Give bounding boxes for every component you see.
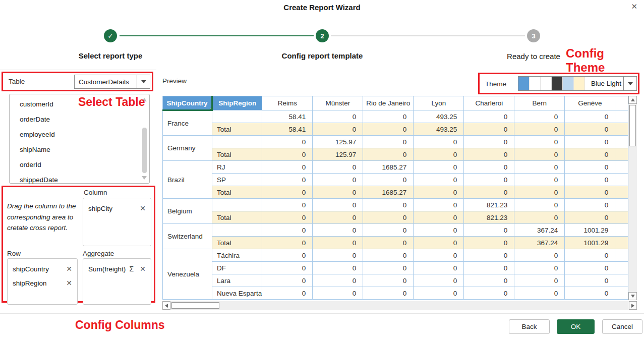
step2-label: Config report template xyxy=(267,51,378,60)
horizontal-scrollbar[interactable] xyxy=(162,301,637,310)
theme-select[interactable]: Blue Light xyxy=(518,76,637,91)
value-cell: 0 xyxy=(464,237,514,249)
value-cell: 0 xyxy=(464,161,514,174)
region-cell: DF xyxy=(212,262,262,274)
chevron-down-icon[interactable] xyxy=(137,75,150,88)
list-scrollbar-thumb[interactable] xyxy=(142,128,147,173)
horizontal-scrollbar-thumb[interactable] xyxy=(171,302,219,309)
country-cell: Belgium xyxy=(163,199,212,224)
cancel-button[interactable]: Cancel xyxy=(602,319,642,334)
table-select[interactable]: CustomerDetails xyxy=(74,75,150,89)
value-cell: 0 xyxy=(464,148,514,161)
sigma-icon[interactable]: Σ xyxy=(130,265,134,273)
value-cell: 0 xyxy=(313,287,363,300)
partial-cell xyxy=(615,110,628,123)
aggregate-chips: Sum(freight)Σ✕ xyxy=(83,262,151,276)
value-cell: 0 xyxy=(414,211,464,224)
scroll-down-icon[interactable] xyxy=(628,292,637,300)
region-cell xyxy=(212,136,262,148)
value-cell: 367.24 xyxy=(514,224,565,237)
value-cell: 0 xyxy=(363,224,414,237)
scroll-right-icon[interactable] xyxy=(629,301,637,310)
value-cell: 0 xyxy=(565,274,615,287)
table-row: Total0125.9700000 xyxy=(163,148,628,161)
partial-cell xyxy=(615,161,628,174)
field-chip[interactable]: shipCountry✕ xyxy=(8,262,77,276)
vertical-scrollbar-thumb[interactable] xyxy=(629,105,636,146)
field-item[interactable]: orderId xyxy=(10,157,149,173)
value-cell: 0 xyxy=(262,136,313,148)
country-cell: Switzerland xyxy=(163,224,212,249)
field-chip[interactable]: shipCity✕ xyxy=(83,201,151,215)
value-cell: 0 xyxy=(514,287,565,300)
field-item[interactable]: orderDate xyxy=(10,112,149,127)
column-area-label: Column xyxy=(84,189,107,196)
theme-swatch xyxy=(518,77,530,90)
chevron-down-icon[interactable] xyxy=(623,77,636,90)
value-cell: 0 xyxy=(464,110,514,123)
field-item[interactable]: employeeId xyxy=(10,127,149,142)
value-cell: 0 xyxy=(313,110,363,123)
value-cell: 0 xyxy=(262,174,313,186)
field-item[interactable]: shipName xyxy=(10,142,149,157)
table-select-value: CustomerDetails xyxy=(75,75,137,88)
scroll-left-icon[interactable] xyxy=(162,301,170,310)
field-chip-label: shipRegion xyxy=(13,279,66,287)
field-chip[interactable]: shipRegion✕ xyxy=(8,276,77,290)
partial-cell xyxy=(615,262,628,274)
value-cell: 0 xyxy=(313,237,363,249)
partial-cell xyxy=(615,287,628,300)
value-cell: 0 xyxy=(313,199,363,211)
value-cell: 821.23 xyxy=(464,199,514,211)
value-cell: 0 xyxy=(464,262,514,274)
value-cell: 0 xyxy=(414,148,464,161)
column-drop-zone[interactable]: shipCity✕ xyxy=(83,198,151,246)
row-drop-zone[interactable]: shipCountry✕shipRegion✕ xyxy=(7,258,78,305)
annotation-config-columns: Config Columns xyxy=(75,318,165,332)
theme-swatch xyxy=(574,77,585,90)
step-connector-done xyxy=(120,35,314,36)
step3-marker: 3 xyxy=(527,29,540,42)
value-cell: 0 xyxy=(414,199,464,211)
value-cell: 367.24 xyxy=(514,237,565,249)
value-cell: 0 xyxy=(414,274,464,287)
column-header: Charleroi xyxy=(464,96,514,110)
value-cell: 0 xyxy=(313,123,363,136)
partial-cell xyxy=(615,274,628,287)
field-chip[interactable]: Sum(freight)Σ✕ xyxy=(83,262,151,276)
remove-icon[interactable]: ✕ xyxy=(140,265,146,273)
column-header: Rio de Janeiro xyxy=(363,96,414,110)
value-cell: 0 xyxy=(514,136,565,148)
partial-cell xyxy=(615,224,628,237)
remove-icon[interactable]: ✕ xyxy=(66,265,72,273)
list-scroll-down-icon[interactable] xyxy=(142,176,147,180)
column-header[interactable]: ShipRegion xyxy=(212,96,262,110)
scroll-up-icon[interactable] xyxy=(628,96,637,104)
value-cell: 0 xyxy=(313,224,363,237)
aggregate-drop-zone[interactable]: Sum(freight)Σ✕ xyxy=(83,258,151,305)
value-cell: 0 xyxy=(565,110,615,123)
column-header[interactable]: ShipCountry xyxy=(163,96,212,110)
preview-table-body: France58.4100493.25000Total58.4100493.25… xyxy=(163,110,628,300)
value-cell: 493.25 xyxy=(414,123,464,136)
vertical-scrollbar[interactable] xyxy=(628,96,637,300)
value-cell: 0 xyxy=(565,123,615,136)
table-row: Germany0125.9700000 xyxy=(163,136,628,148)
remove-icon[interactable]: ✕ xyxy=(66,279,72,287)
ok-button[interactable]: OK xyxy=(557,319,595,334)
remove-icon[interactable]: ✕ xyxy=(140,204,146,212)
value-cell: 0 xyxy=(565,287,615,300)
row-chips: shipCountry✕shipRegion✕ xyxy=(8,262,77,290)
table-row: Total00000367.241001.29 xyxy=(163,237,628,249)
value-cell: 0 xyxy=(313,274,363,287)
back-button[interactable]: Back xyxy=(509,319,550,334)
value-cell: 0 xyxy=(262,148,313,161)
value-cell: 0 xyxy=(313,249,363,262)
value-cell: 0 xyxy=(363,287,414,300)
column-header: Lyon xyxy=(414,96,464,110)
field-chip-label: shipCountry xyxy=(13,265,66,273)
theme-swatches xyxy=(518,77,585,90)
close-icon[interactable]: ✕ xyxy=(631,2,637,11)
table-row: Total001685.270000 xyxy=(163,186,628,199)
value-cell: 0 xyxy=(514,148,565,161)
